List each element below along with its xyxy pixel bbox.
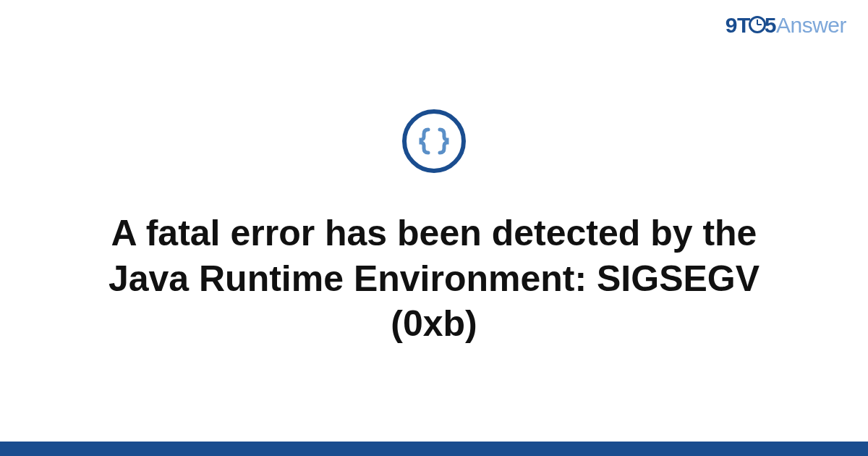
page-title: A fatal error has been detected by the J…: [72, 211, 796, 347]
footer-bar: [0, 442, 868, 456]
main-content: A fatal error has been detected by the J…: [0, 0, 868, 442]
code-braces-icon: [402, 109, 466, 173]
